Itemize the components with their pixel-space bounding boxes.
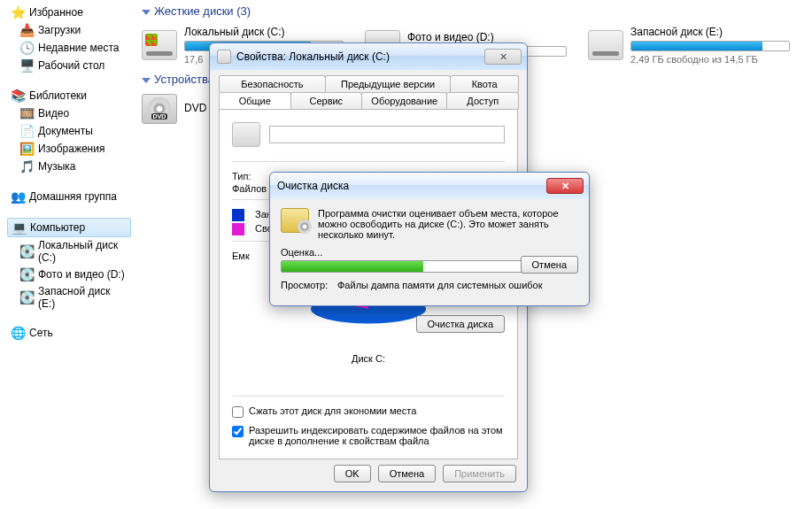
drive-name: Фото и видео (D:)	[407, 31, 588, 43]
collapse-icon	[142, 10, 151, 15]
collapse-icon	[142, 78, 151, 83]
tab-general[interactable]: Общие	[219, 92, 291, 109]
drive-e[interactable]: Запасной диск (E:) 2,49 ГБ свободно из 1…	[588, 26, 811, 65]
tab-hardware[interactable]: Оборудование	[361, 92, 447, 109]
apply-button[interactable]: Применить	[443, 465, 516, 482]
pie-disk-label: Диск C:	[232, 353, 505, 364]
sidebar-videos[interactable]: 🎞️Видео	[16, 104, 131, 122]
group-hdd-header[interactable]: Жесткие диски (3)	[135, 0, 812, 22]
sidebar-drive-c[interactable]: 💽Локальный диск (C:)	[16, 237, 131, 266]
computer-icon: 💻	[12, 220, 26, 235]
tab-security[interactable]: Безопасность	[219, 75, 326, 92]
close-icon: ✕	[499, 51, 507, 63]
dvd-icon: DVD	[142, 94, 177, 124]
drive-icon: 💽	[19, 290, 34, 305]
pictures-icon: 🖼️	[19, 142, 34, 156]
tab-previous-versions[interactable]: Предыдущие версии	[325, 75, 451, 92]
navigation-pane: ⭐ Избранное 📥Загрузки 🕓Недавние места 🖥️…	[0, 0, 131, 509]
sidebar-desktop[interactable]: 🖥️Рабочий стол	[16, 57, 131, 74]
desktop-icon: 🖥️	[19, 58, 34, 73]
free-swatch	[232, 223, 244, 235]
sidebar-documents[interactable]: 📄Документы	[16, 122, 131, 140]
tab-quota[interactable]: Квота	[450, 75, 519, 92]
documents-icon: 📄	[19, 124, 34, 138]
sidebar-drive-e[interactable]: 💽Запасной диск (E:)	[16, 283, 131, 312]
sidebar-recent[interactable]: 🕓Недавние места	[16, 39, 131, 57]
sidebar-music[interactable]: 🎵Музыка	[16, 158, 131, 175]
index-checkbox[interactable]	[232, 426, 244, 437]
recent-icon: 🕓	[19, 41, 34, 55]
scanning-label: Просмотр:	[281, 280, 332, 290]
close-button[interactable]: ✕	[484, 49, 522, 65]
close-icon: ✕	[561, 181, 569, 192]
compress-checkbox[interactable]	[232, 406, 244, 418]
disk-cleanup-button[interactable]: Очистка диска	[416, 315, 505, 333]
downloads-icon: 📥	[19, 23, 34, 37]
cancel-button[interactable]: Отмена	[521, 256, 578, 274]
drive-icon: 💽	[19, 267, 34, 281]
disk-cleanup-dialog: Очистка диска ✕ Программа очистки оценив…	[269, 172, 590, 306]
sidebar-libraries[interactable]: 📚Библиотеки	[7, 87, 131, 104]
sidebar-computer[interactable]: 💻Компьютер	[7, 218, 131, 237]
ok-button[interactable]: OK	[334, 465, 371, 482]
video-icon: 🎞️	[19, 106, 34, 120]
sidebar-homegroup[interactable]: 👥Домашняя группа	[7, 188, 131, 205]
drive-subtext: 2,49 ГБ свободно из 14,5 ГБ	[630, 54, 811, 65]
drive-icon: 💽	[19, 244, 34, 258]
scanning-value: Файлы дампа памяти для системных ошибок	[337, 280, 543, 290]
cancel-button[interactable]: Отмена	[378, 465, 436, 482]
drive-usage-bar	[630, 41, 790, 51]
volume-label-input[interactable]	[269, 126, 505, 143]
sidebar-drive-d[interactable]: 💽Фото и видео (D:)	[16, 266, 131, 283]
sidebar-network[interactable]: 🌐Сеть	[7, 324, 131, 342]
drive-icon	[588, 30, 623, 60]
dialog-titlebar[interactable]: Свойства: Локальный диск (C:) ✕	[210, 43, 527, 70]
sidebar-label: Избранное	[29, 6, 83, 19]
dialog-title: Очистка диска	[277, 180, 349, 192]
network-icon: 🌐	[11, 326, 25, 340]
cleanup-message: Программа очистки оценивает объем места,…	[318, 208, 578, 240]
sidebar-favorites[interactable]: ⭐ Избранное	[7, 4, 131, 21]
index-label: Разрешить индексировать содержимое файло…	[249, 425, 505, 446]
drive-icon	[142, 30, 177, 60]
homegroup-icon: 👥	[11, 189, 25, 204]
close-button[interactable]: ✕	[546, 178, 584, 194]
drive-icon	[232, 122, 260, 147]
drive-name: Запасной диск (E:)	[630, 26, 811, 38]
dialog-titlebar[interactable]: Очистка диска ✕	[270, 173, 589, 199]
tab-tools[interactable]: Сервис	[290, 92, 363, 109]
sidebar-pictures[interactable]: 🖼️Изображения	[16, 140, 131, 158]
dialog-title: Свойства: Локальный диск (C:)	[236, 50, 390, 63]
drive-icon	[217, 50, 231, 64]
tab-sharing[interactable]: Доступ	[446, 92, 519, 109]
libraries-icon: 📚	[11, 89, 25, 103]
compress-label: Сжать этот диск для экономии места	[249, 405, 416, 416]
used-swatch	[232, 209, 244, 221]
sidebar-downloads[interactable]: 📥Загрузки	[16, 21, 131, 39]
drive-name: Локальный диск (C:)	[184, 26, 365, 38]
cleanup-icon	[281, 208, 309, 233]
star-icon: ⭐	[11, 5, 25, 19]
music-icon: 🎵	[19, 159, 34, 174]
